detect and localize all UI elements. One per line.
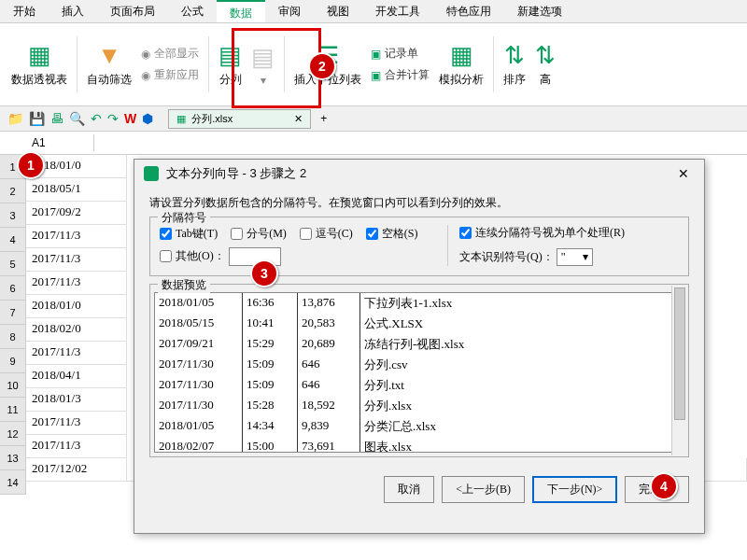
legend: 分隔符号 — [158, 210, 210, 226]
scrollbar[interactable] — [671, 286, 687, 455]
row-header[interactable]: 12 — [0, 422, 26, 446]
print-icon[interactable]: 🖶 — [50, 111, 63, 126]
row-header[interactable]: 10 — [0, 373, 26, 398]
showall-icon: ◉ — [141, 48, 150, 61]
cell[interactable]: 2017/11/3 — [26, 342, 127, 365]
undo-icon[interactable]: ↶ — [91, 111, 102, 126]
scroll-thumb[interactable] — [674, 287, 685, 420]
open-icon[interactable]: 📁 — [7, 111, 23, 126]
back-button[interactable]: <上一步(B) — [442, 476, 525, 503]
record-button[interactable]: ▣记录单 — [367, 44, 433, 63]
cell[interactable]: 2017/11/3 — [26, 225, 127, 248]
comma-checkbox[interactable]: 逗号(C) — [300, 226, 353, 242]
ribbon-tab-4[interactable]: 数据 — [217, 0, 265, 22]
ribbon-tab-7[interactable]: 开发工具 — [362, 0, 433, 22]
cell[interactable]: 2018/04/1 — [26, 365, 127, 388]
row-header[interactable]: 4 — [0, 228, 26, 252]
preview-cell: 2017/11/30 — [155, 375, 243, 396]
label: 排序 — [503, 72, 526, 88]
row-header[interactable]: 13 — [0, 446, 26, 470]
text-qualifier-label: 文本识别符号(Q)： — [459, 250, 554, 263]
row-header[interactable]: 14 — [0, 470, 26, 495]
row-header[interactable]: 11 — [0, 398, 26, 422]
label: 数据透视表 — [11, 72, 67, 88]
cell[interactable]: 2018/05/1 — [26, 178, 127, 202]
cell[interactable]: 2017/11/3 — [26, 272, 127, 295]
formula-bar: A1 — [0, 132, 747, 155]
legend: 数据预览 — [158, 277, 210, 293]
label: 自动筛选 — [87, 72, 132, 88]
dialog-instruction: 请设置分列数据所包含的分隔符号。在预览窗口内可以看到分列的效果。 — [149, 195, 689, 211]
adv-button[interactable]: ⇅ 高 — [531, 39, 559, 90]
label: 高 — [540, 72, 551, 88]
preview-cell: 分类汇总.xlsx — [360, 416, 684, 437]
showall-button[interactable]: ◉全部显示 — [137, 44, 203, 63]
row-header[interactable]: 5 — [0, 252, 26, 276]
data-preview: 2018/01/0516:3613,876下拉列表1-1.xlsx2018/05… — [154, 292, 684, 453]
consecutive-checkbox[interactable]: 连续分隔符号视为单个处理(R) — [459, 225, 679, 241]
row-header[interactable]: 8 — [0, 325, 26, 349]
text-to-columns-wizard-dialog: 文本分列向导 - 3 步骤之 2 ✕ 请设置分列数据所包含的分隔符号。在预览窗口… — [134, 159, 705, 534]
pivot-table-button[interactable]: ▦ 数据透视表 — [7, 39, 71, 90]
cancel-button[interactable]: 取消 — [384, 476, 434, 503]
preview-icon[interactable]: 🔍 — [69, 111, 85, 126]
consolidate-button[interactable]: ▣合并计算 — [367, 65, 433, 85]
ribbon-tab-6[interactable]: 视图 — [314, 0, 362, 22]
cloud-icon[interactable]: ⬢ — [142, 111, 153, 126]
quick-access-toolbar: 📁 💾 🖶 🔍 ↶ ↷ W ⬢ ▦ 分列.xlsx ✕ + — [0, 106, 747, 132]
redo-icon[interactable]: ↷ — [107, 111, 119, 126]
document-tab[interactable]: ▦ 分列.xlsx ✕ — [168, 109, 311, 129]
ribbon-toolbar: ▦ 数据透视表 ▼ 自动筛选 ◉全部显示 ◉重新应用 ▤ 分列 ▤ ▾ ☰ 插入… — [0, 23, 747, 106]
name-box[interactable]: A1 — [26, 134, 94, 151]
ribbon-tab-8[interactable]: 特色应用 — [433, 0, 504, 22]
cell[interactable]: 2018/02/0 — [26, 318, 127, 342]
cell[interactable]: 2017/11/3 — [26, 412, 127, 435]
callout-3: 3 — [250, 259, 278, 287]
preview-cell: 分列.csv — [360, 355, 684, 375]
label: 模拟分析 — [439, 72, 484, 88]
cell[interactable]: 2017/09/2 — [26, 202, 127, 225]
whatif-button[interactable]: ▦ 模拟分析 — [435, 39, 487, 90]
row-header[interactable]: 3 — [0, 203, 26, 228]
text-qualifier-combo[interactable]: "▾ — [557, 248, 593, 266]
ribbon-tab-1[interactable]: 插入 — [49, 0, 97, 22]
preview-cell: 2018/01/05 — [155, 416, 243, 437]
cell[interactable]: 2017/12/02 — [26, 458, 127, 482]
sort-button[interactable]: ⇅ 排序 — [500, 39, 529, 90]
cell[interactable]: 2018/01/0 — [26, 295, 127, 318]
ribbon-tab-0[interactable]: 开始 — [0, 0, 49, 22]
row-header[interactable]: 6 — [0, 276, 26, 301]
preview-cell: 2017/09/21 — [155, 334, 243, 355]
space-checkbox[interactable]: 空格(S) — [366, 226, 418, 242]
preview-cell: 73,691 — [298, 437, 360, 453]
preview-cell: 20,583 — [298, 314, 360, 334]
autofilter-button[interactable]: ▼ 自动筛选 — [83, 39, 135, 90]
preview-cell: 20,689 — [298, 334, 360, 355]
row-header[interactable]: 7 — [0, 301, 26, 325]
preview-fieldset: 数据预览 2018/01/0516:3613,876下拉列表1-1.xlsx20… — [149, 284, 689, 457]
close-button[interactable]: ✕ — [672, 166, 695, 181]
app-icon — [144, 166, 159, 181]
row-header[interactable]: 9 — [0, 349, 26, 373]
cell[interactable]: 2017/11/3 — [26, 248, 127, 272]
ribbon-tab-2[interactable]: 页面布局 — [97, 0, 168, 22]
dialog-title: 文本分列向导 - 3 步骤之 2 — [166, 165, 306, 182]
preview-cell: 冻结行列-视图.xlsx — [360, 334, 684, 355]
callout-2: 2 — [308, 52, 336, 80]
preview-cell: 14:34 — [243, 416, 298, 437]
cell[interactable]: 2018/01/3 — [26, 388, 127, 412]
row-header[interactable]: 2 — [0, 179, 26, 203]
new-tab-icon[interactable]: + — [315, 112, 332, 125]
ribbon-tab-9[interactable]: 新建选项 — [504, 0, 575, 22]
next-button[interactable]: 下一步(N)> — [532, 476, 617, 503]
cell[interactable]: 2017/11/3 — [26, 435, 127, 458]
save-icon[interactable]: 💾 — [29, 111, 45, 126]
tab-checkbox[interactable]: Tab键(T) — [160, 226, 218, 242]
semicolon-checkbox[interactable]: 分号(M) — [231, 226, 287, 242]
preview-cell: 16:36 — [243, 293, 298, 314]
wps-icon[interactable]: W — [124, 111, 136, 126]
reapply-button[interactable]: ◉重新应用 — [137, 65, 203, 85]
close-tab-icon[interactable]: ✕ — [294, 113, 303, 125]
ribbon-tab-3[interactable]: 公式 — [168, 0, 217, 22]
ribbon-tab-5[interactable]: 审阅 — [265, 0, 314, 22]
